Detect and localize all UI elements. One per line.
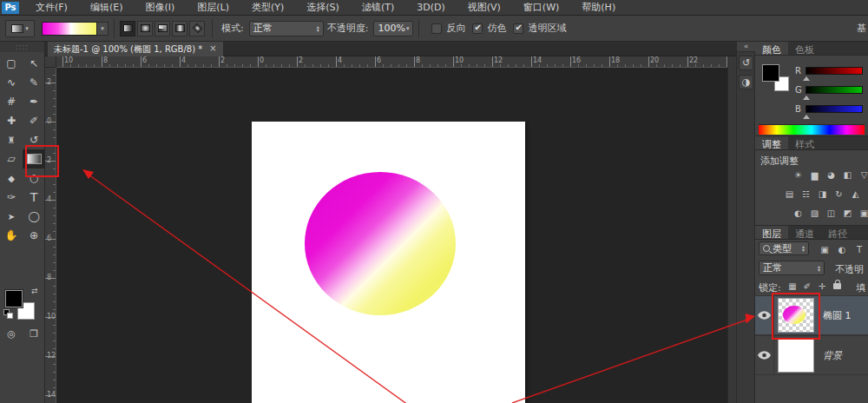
quick-mask-button[interactable]: ◎: [7, 328, 16, 340]
type-tool[interactable]: T: [23, 188, 45, 207]
brightness-contrast-icon[interactable]: ☀: [792, 169, 805, 181]
channel-mixer-icon[interactable]: ◭: [849, 188, 862, 200]
brush-tool[interactable]: ✐: [23, 111, 45, 130]
layer-row-ellipse1[interactable]: 椭圆 1: [755, 295, 868, 335]
lock-transparent-pixels-icon[interactable]: ▦: [786, 281, 799, 292]
photo-filter-icon[interactable]: ↻: [832, 188, 845, 200]
path-selection-tool[interactable]: ➤: [0, 207, 23, 226]
gradient-map-icon[interactable]: ◩: [841, 208, 854, 219]
layer-thumbnail[interactable]: [778, 298, 814, 333]
menu-type[interactable]: 类型(Y): [240, 0, 295, 16]
layer-row-background[interactable]: 背景: [755, 335, 868, 375]
vibrance-icon[interactable]: ▽: [858, 169, 868, 181]
radial-gradient-button[interactable]: [137, 21, 153, 36]
expand-panels-button[interactable]: «: [737, 42, 755, 52]
canvas-scrollbar[interactable]: [727, 56, 736, 403]
lock-image-pixels-icon[interactable]: ✐: [801, 281, 813, 292]
green-slider[interactable]: [806, 86, 863, 94]
lock-all-icon[interactable]: [833, 283, 841, 289]
linear-gradient-button[interactable]: [120, 21, 135, 36]
blur-tool[interactable]: ◆: [0, 168, 23, 188]
menu-image[interactable]: 图像(I): [134, 0, 186, 16]
rectangular-marquee-tool[interactable]: ▢: [0, 54, 23, 73]
black-white-icon[interactable]: ◨: [816, 188, 829, 200]
crop-tool[interactable]: #: [0, 92, 23, 111]
canvas-viewport[interactable]: [56, 68, 727, 403]
lasso-tool[interactable]: ∿: [0, 73, 23, 92]
layer-blend-mode-dropdown[interactable]: 正常 ▴▾: [759, 261, 825, 275]
dither-checkbox[interactable]: [472, 23, 483, 34]
layer-visibility-toggle[interactable]: [755, 335, 774, 375]
swap-colors-icon[interactable]: ⇄: [31, 287, 38, 295]
menu-help[interactable]: 帮助(H): [570, 0, 627, 16]
invert-icon[interactable]: ◐: [792, 208, 805, 219]
hue-saturation-icon[interactable]: ▤: [783, 188, 796, 200]
levels-icon[interactable]: ▆: [808, 169, 821, 181]
threshold-icon[interactable]: ◫: [825, 208, 838, 219]
layer-thumbnail[interactable]: [778, 338, 814, 373]
quick-selection-tool[interactable]: ✎: [23, 73, 45, 92]
red-slider[interactable]: [806, 67, 863, 75]
foreground-color-swatch[interactable]: [5, 290, 23, 307]
angle-gradient-button[interactable]: [155, 21, 170, 36]
menu-file[interactable]: 文件(F): [24, 0, 79, 16]
blue-slider[interactable]: [806, 105, 863, 113]
vertical-ruler[interactable]: 2 0 2 4 6 8 10 12 14: [45, 68, 56, 403]
tab-adjustments[interactable]: 调整: [755, 136, 788, 149]
history-brush-tool[interactable]: ↺: [23, 130, 45, 149]
tab-color[interactable]: 颜色: [755, 42, 788, 55]
properties-panel-icon[interactable]: ◑: [739, 75, 753, 89]
gradient-preview-swatch[interactable]: [42, 22, 97, 36]
exposure-icon[interactable]: ◧: [841, 169, 854, 181]
transparency-checkbox[interactable]: [513, 23, 523, 34]
layer-visibility-toggle[interactable]: [755, 295, 774, 335]
selective-color-icon[interactable]: ▣: [858, 208, 868, 219]
screen-mode-button[interactable]: ❐: [30, 328, 38, 340]
menu-select[interactable]: 选择(S): [295, 0, 351, 16]
posterize-icon[interactable]: ▨: [808, 208, 821, 219]
tab-paths[interactable]: 路径: [821, 226, 854, 239]
filter-pixel-layers-icon[interactable]: ▣: [818, 243, 832, 255]
blend-mode-dropdown[interactable]: 正常 ▴▾: [249, 21, 324, 36]
foreground-color-swatch[interactable]: [762, 64, 779, 82]
color-spectrum-bar[interactable]: [759, 124, 865, 135]
color-balance-icon[interactable]: ☷: [799, 188, 812, 200]
blue-slider-handle[interactable]: [803, 115, 810, 119]
menu-filter[interactable]: 滤镜(T): [351, 0, 405, 16]
tab-channels[interactable]: 通道: [788, 226, 821, 239]
reverse-checkbox[interactable]: [431, 23, 442, 34]
layer-filter-dropdown[interactable]: 类型 ▴▾: [759, 241, 809, 255]
history-panel-icon[interactable]: ↺: [739, 56, 753, 70]
lock-position-icon[interactable]: ✛: [816, 281, 828, 292]
document-page[interactable]: [252, 122, 525, 403]
menu-layer[interactable]: 图层(L): [186, 0, 240, 16]
menu-window[interactable]: 窗口(W): [512, 0, 570, 16]
close-icon[interactable]: ×: [209, 43, 216, 56]
menu-3d[interactable]: 3D(D): [405, 0, 457, 16]
move-tool[interactable]: ↖: [23, 54, 45, 73]
tool-preset-picker[interactable]: ▾: [5, 20, 35, 37]
horizontal-ruler[interactable]: 10 8 6 4 2 0 2 4 6 8 10 12 14 16 18 20 2…: [56, 56, 727, 68]
dodge-tool[interactable]: ○: [23, 168, 45, 188]
default-colors-icon[interactable]: [3, 309, 14, 320]
document-tab[interactable]: 未标题-1 @ 100% (椭圆 1, RGB/8) * ×: [48, 42, 223, 56]
tab-layers[interactable]: 图层: [755, 226, 788, 239]
gradient-tool[interactable]: [23, 149, 45, 168]
pen-tool[interactable]: ✑: [0, 188, 23, 207]
opacity-dropdown[interactable]: 100% ▾: [373, 21, 413, 36]
toolbox-grip[interactable]: ::::: [0, 42, 44, 52]
eraser-tool[interactable]: ▱: [0, 149, 23, 168]
green-slider-handle[interactable]: [803, 96, 810, 100]
layer-name[interactable]: 椭圆 1: [823, 309, 852, 322]
red-slider-handle[interactable]: [803, 76, 810, 81]
zoom-tool[interactable]: ⊕: [23, 226, 45, 245]
reflected-gradient-button[interactable]: [172, 21, 187, 36]
workspace-switcher[interactable]: 基: [857, 22, 868, 35]
filter-type-layers-icon[interactable]: T: [852, 243, 866, 255]
layer-name[interactable]: 背景: [823, 349, 842, 362]
menu-edit[interactable]: 编辑(E): [79, 0, 135, 16]
gradient-picker-arrow[interactable]: ▾: [97, 22, 108, 36]
diamond-gradient-button[interactable]: [189, 21, 205, 36]
tab-swatches[interactable]: 色板: [788, 42, 821, 55]
menu-view[interactable]: 视图(V): [457, 0, 512, 16]
